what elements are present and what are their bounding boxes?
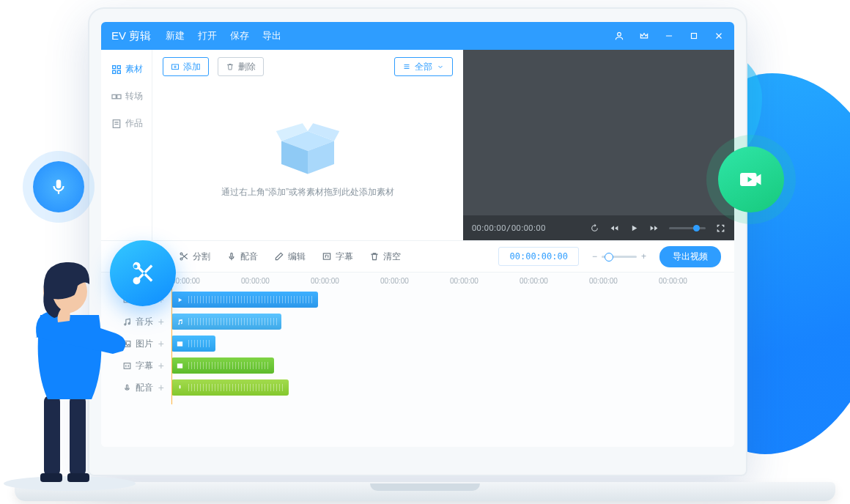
svg-rect-46 — [180, 385, 181, 388]
tab-assets-label: 素材 — [125, 63, 143, 75]
svg-rect-2 — [70, 396, 86, 476]
tab-projects[interactable]: 作品 — [101, 110, 152, 137]
svg-rect-16 — [117, 94, 120, 98]
preview-time: 00:00:00/00:00:00 — [472, 223, 546, 233]
clip-music[interactable] — [171, 314, 281, 330]
svg-point-6 — [618, 32, 621, 36]
menu-open[interactable]: 打开 — [198, 29, 217, 42]
svg-point-32 — [180, 258, 182, 260]
tab-projects-label: 作品 — [125, 117, 143, 130]
add-subtitle-track[interactable]: + — [158, 360, 164, 371]
playhead[interactable] — [171, 273, 172, 404]
timecode-display[interactable]: 00:00:00:00 — [498, 247, 578, 266]
volume-slider[interactable] — [669, 227, 706, 229]
time-ruler[interactable]: 00:00:00 00:00:00 00:00:00 00:00:00 00:0… — [171, 275, 734, 289]
filter-button[interactable]: 全部 — [394, 57, 453, 76]
open-box-icon — [267, 111, 348, 177]
tab-transitions[interactable]: 转场 — [101, 83, 152, 110]
clip-image[interactable] — [171, 336, 215, 352]
svg-rect-5 — [67, 473, 89, 482]
svg-rect-11 — [112, 65, 115, 68]
svg-point-31 — [180, 253, 182, 255]
svg-rect-13 — [112, 70, 115, 73]
forward-icon[interactable] — [649, 223, 659, 233]
app-window: EV 剪辑 新建 打开 保存 导出 素材 — [101, 22, 734, 447]
svg-rect-8 — [692, 34, 697, 39]
menu-new[interactable]: 新建 — [166, 29, 185, 42]
tab-transitions-label: 转场 — [125, 90, 143, 103]
svg-rect-45 — [177, 363, 182, 368]
filter-label: 全部 — [415, 61, 432, 73]
add-asset-label: 添加 — [183, 61, 201, 73]
scissors-badge — [110, 240, 176, 306]
preview-viewport[interactable] — [463, 50, 734, 215]
tool-subtitle[interactable]: 字幕 — [322, 251, 353, 263]
assets-panel: 添加 删除 全部 — [152, 50, 463, 240]
tool-dub[interactable]: 配音 — [226, 251, 258, 263]
svg-rect-33 — [231, 253, 232, 257]
titlebar: EV 剪辑 新建 打开 保存 导出 — [101, 22, 734, 50]
add-image-track[interactable]: + — [158, 338, 164, 349]
empty-state: 通过右上角“添加”或将素材拖到此处添加素材 — [163, 76, 453, 233]
camera-badge — [718, 147, 784, 212]
svg-rect-1 — [44, 396, 60, 476]
preview-panel: 00:00:00/00:00:00 — [463, 50, 734, 240]
user-icon[interactable] — [614, 31, 624, 41]
side-tabs: 素材 转场 作品 — [101, 50, 152, 240]
menu-save[interactable]: 保存 — [230, 29, 249, 42]
vip-icon[interactable] — [639, 31, 649, 41]
mic-badge — [33, 161, 84, 212]
loop-icon[interactable] — [590, 223, 599, 233]
add-dub-track[interactable]: + — [158, 382, 164, 393]
clip-subtitle[interactable] — [171, 357, 274, 374]
close-icon[interactable] — [714, 31, 724, 41]
empty-hint: 通过右上角“添加”或将素材拖到此处添加素材 — [221, 186, 394, 199]
timeline: 视频+ 音乐+ 图片+ 字幕+ 配音+ 00:00:00 00:00:00 00… — [101, 273, 734, 447]
zoom-slider[interactable]: −+ — [592, 251, 646, 262]
minimize-icon[interactable] — [664, 31, 674, 41]
svg-rect-4 — [40, 473, 62, 482]
add-asset-button[interactable]: 添加 — [163, 57, 209, 76]
delete-asset-button[interactable]: 删除 — [218, 57, 264, 76]
app-brand: EV 剪辑 — [111, 29, 151, 43]
main-menu: 新建 打开 保存 导出 — [166, 29, 281, 42]
svg-rect-15 — [112, 94, 116, 98]
tab-assets[interactable]: 素材 — [101, 56, 152, 83]
preview-controls: 00:00:00/00:00:00 — [463, 215, 734, 240]
tool-edit[interactable]: 编辑 — [274, 251, 306, 263]
fullscreen-icon[interactable] — [716, 223, 725, 233]
play-icon[interactable] — [629, 223, 639, 233]
svg-rect-14 — [117, 70, 120, 73]
menu-export[interactable]: 导出 — [262, 29, 281, 42]
delete-asset-label: 删除 — [238, 61, 256, 73]
add-music-track[interactable]: + — [158, 316, 164, 327]
tool-clear[interactable]: 清空 — [369, 251, 401, 263]
edit-toolbar: 分割 配音 编辑 字幕 清空 00:00:00:00 −+ 导出视频 — [101, 240, 734, 273]
tool-split[interactable]: 分割 — [179, 251, 210, 263]
svg-marker-43 — [179, 297, 182, 302]
export-video-button[interactable]: 导出视频 — [659, 246, 721, 267]
rewind-icon[interactable] — [610, 223, 619, 233]
chevron-down-icon — [436, 62, 445, 71]
clip-dub[interactable] — [171, 379, 289, 396]
clip-video[interactable] — [171, 292, 318, 308]
svg-rect-34 — [323, 253, 330, 259]
laptop-frame: EV 剪辑 新建 打开 保存 导出 素材 — [88, 7, 747, 476]
svg-rect-12 — [117, 65, 120, 68]
svg-rect-44 — [177, 341, 182, 346]
maximize-icon[interactable] — [689, 31, 699, 41]
